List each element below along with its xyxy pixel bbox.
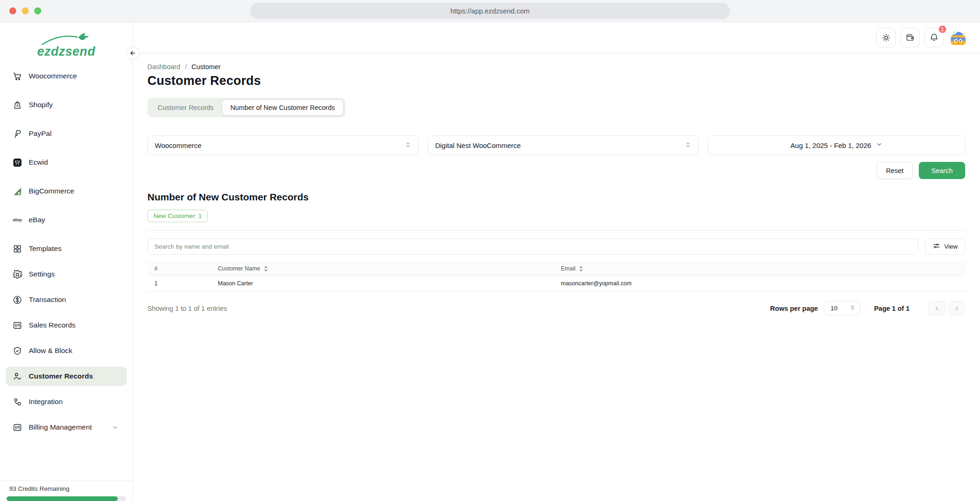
integration-icon	[13, 397, 22, 407]
shield-check-icon	[13, 346, 22, 356]
page-title: Customer Records	[147, 74, 965, 88]
cart-icon	[13, 71, 22, 81]
sliders-icon	[933, 242, 940, 251]
cell-index: 1	[147, 276, 211, 291]
table-header-row: # Customer Name Email	[147, 262, 965, 276]
chevron-right-icon	[954, 305, 960, 312]
sidebar-item-label: Ecwid	[29, 158, 48, 167]
section-divider	[147, 230, 965, 231]
rows-per-page-value: 10	[830, 305, 837, 312]
bigcommerce-icon: B	[13, 186, 22, 196]
sidebar-item-label: Sales Records	[29, 321, 76, 329]
sidebar-item-transaction[interactable]: Transaction	[6, 290, 127, 309]
svg-text:B: B	[18, 191, 20, 195]
top-header: 1	[133, 22, 980, 53]
sidebar-item-label: Integration	[29, 398, 63, 406]
breadcrumb-dashboard-link[interactable]: Dashboard	[147, 63, 180, 71]
cell-email: masoncarter@yopmail.com	[554, 276, 965, 291]
wallet-button[interactable]	[900, 28, 920, 47]
credits-remaining-label: 93 Credits Remaining	[6, 485, 126, 492]
sidebar-item-settings[interactable]: Settings	[6, 264, 127, 284]
sidebar-item-label: Settings	[29, 270, 55, 278]
sidebar-item-label: Shopify	[29, 101, 53, 109]
filter-row: Woocommerce Digital Nest WooCommerce Aug…	[147, 135, 965, 155]
page-indicator: Page 1 of 1	[874, 305, 910, 312]
dollar-circle-icon	[13, 295, 22, 305]
sidebar-collapse-button[interactable]	[126, 46, 140, 60]
column-header-email[interactable]: Email	[554, 262, 965, 276]
sidebar-item-customer-records[interactable]: Customer Records	[6, 366, 127, 386]
date-range-picker[interactable]: Aug 1, 2025 - Feb 1, 2026	[708, 135, 965, 155]
sort-icon[interactable]	[579, 266, 584, 272]
rows-per-page-select[interactable]: 10	[824, 301, 860, 315]
view-button[interactable]: View	[925, 238, 965, 255]
view-button-label: View	[944, 243, 958, 250]
store-select[interactable]: Digital Nest WooCommerce	[428, 135, 699, 155]
billing-icon	[13, 423, 22, 432]
platform-select[interactable]: Woocommerce	[147, 135, 419, 155]
sidebar-item-label: Customer Records	[29, 372, 93, 380]
filter-actions: Reset Search	[147, 162, 965, 179]
sidebar-nav: Woocommerce S Shopify PayPal	[0, 59, 133, 437]
wallet-icon	[905, 33, 915, 42]
sidebar-item-shopify[interactable]: S Shopify	[6, 95, 127, 115]
paypal-icon	[13, 129, 22, 139]
svg-text:S: S	[16, 103, 19, 108]
page-content: Dashboard / Customer Customer Records Cu…	[133, 53, 980, 315]
sidebar-item-label: eBay	[29, 216, 45, 224]
barcode-icon	[13, 321, 22, 330]
next-page-button[interactable]	[948, 301, 965, 315]
browser-chrome: https://app.ezdzsend.com	[0, 0, 980, 22]
sidebar-item-allow-block[interactable]: Allow & Block	[6, 341, 127, 360]
screen: https://app.ezdzsend.com ezdzsend Woocom…	[0, 0, 980, 501]
chevron-down-icon	[110, 423, 120, 432]
column-header-customer-name[interactable]: Customer Name	[211, 262, 554, 276]
sidebar-item-woocommerce[interactable]: Woocommerce	[6, 66, 127, 86]
breadcrumb-current: Customer	[191, 63, 221, 71]
sidebar-item-label: Woocommerce	[29, 72, 77, 80]
sidebar-item-integration[interactable]: Integration	[6, 392, 127, 411]
reset-button[interactable]: Reset	[877, 162, 913, 179]
date-range-value: Aug 1, 2025 - Feb 1, 2026	[790, 141, 871, 149]
close-window-button[interactable]	[9, 7, 16, 14]
user-avatar[interactable]	[948, 28, 968, 47]
gear-icon	[13, 270, 22, 279]
sidebar-item-label: PayPal	[29, 129, 51, 138]
url-bar[interactable]: https://app.ezdzsend.com	[250, 3, 730, 19]
previous-page-button[interactable]	[929, 301, 945, 315]
credits-progress-track	[6, 496, 126, 501]
sidebar-item-label: Templates	[29, 244, 62, 253]
breadcrumb-separator: /	[185, 63, 187, 71]
sidebar-item-bigcommerce[interactable]: B BigCommerce	[6, 181, 127, 201]
app-logo[interactable]: ezdzsend	[0, 22, 133, 59]
sidebar-item-templates[interactable]: Templates	[6, 239, 127, 258]
maximize-window-button[interactable]	[34, 7, 41, 14]
sidebar-item-sales-records[interactable]: Sales Records	[6, 315, 127, 335]
chevron-left-icon	[934, 305, 940, 312]
notification-count-badge: 1	[938, 25, 947, 34]
customer-records-table: # Customer Name Email	[147, 262, 965, 291]
credits-panel: 93 Credits Remaining	[0, 481, 133, 501]
sidebar: ezdzsend Woocommerce S Shopify	[0, 22, 133, 501]
sidebar-item-ecwid[interactable]: Ecwid	[6, 153, 127, 172]
sun-icon	[882, 33, 891, 42]
ecwid-icon	[13, 158, 22, 167]
select-updown-icon	[405, 141, 411, 149]
sidebar-item-ebay[interactable]: ebay eBay	[6, 210, 127, 230]
search-button[interactable]: Search	[919, 162, 965, 179]
tab-customer-records[interactable]: Customer Records	[149, 100, 222, 116]
table-search-input[interactable]	[147, 238, 918, 255]
tab-number-of-new-customer-records[interactable]: Number of New Customer Records	[222, 100, 344, 116]
platform-select-value: Woocommerce	[155, 141, 202, 149]
sidebar-item-label: Allow & Block	[29, 347, 72, 355]
sidebar-item-billing-management[interactable]: Billing Management	[6, 418, 127, 437]
new-customer-badge: New Customer: 1	[147, 210, 208, 222]
table-row[interactable]: 1 Mason Carter masoncarter@yopmail.com	[147, 276, 965, 291]
user-check-icon	[13, 372, 22, 381]
minimize-window-button[interactable]	[22, 7, 29, 14]
bell-icon	[929, 33, 939, 42]
tab-bar: Customer Records Number of New Customer …	[147, 98, 345, 117]
sidebar-item-paypal[interactable]: PayPal	[6, 124, 127, 143]
theme-toggle-button[interactable]	[876, 28, 896, 47]
sort-icon[interactable]	[263, 266, 268, 272]
